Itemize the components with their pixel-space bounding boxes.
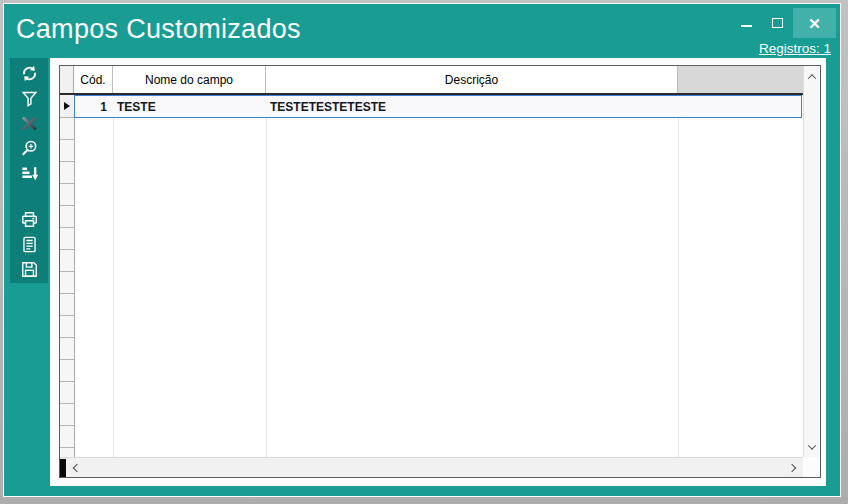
scroll-down-button[interactable] [804,438,820,455]
window-controls: ✕ [731,8,836,38]
grid-column-line [113,95,114,457]
content-area: Cód. Nome do campo Descrição 1 TESTE TES… [50,58,826,486]
close-button[interactable]: ✕ [793,8,836,38]
horizontal-scrollbar[interactable] [60,457,803,477]
sort-icon [20,164,39,183]
column-header-descricao[interactable]: Descrição [266,66,678,93]
titlebar: Campos Customizados ✕ Registros: 1 [4,4,840,58]
print-button[interactable] [12,207,46,231]
grid-column-line [266,95,267,457]
save-button[interactable] [12,257,46,281]
clear-filter-icon [20,114,39,133]
zoom-search-icon [20,139,39,158]
column-header-cod[interactable]: Cód. [74,66,113,93]
scroll-left-button[interactable] [68,458,86,477]
column-header-extra [678,66,803,93]
report-button[interactable] [12,232,46,256]
clear-filter-button[interactable] [12,111,46,135]
cell-descricao[interactable]: TESTETESTETESTE [266,95,677,118]
filter-icon [20,89,39,108]
row-indicator-icon [64,102,70,110]
data-grid: Cód. Nome do campo Descrição 1 TESTE TES… [59,65,821,478]
close-icon: ✕ [808,16,821,31]
empty-row-selector-cells [60,118,74,457]
registros-link[interactable]: Registros: 1 [759,41,831,56]
horizontal-scroll-thumb[interactable] [60,459,66,477]
desktop-shadow: Campos Customizados ✕ Registros: 1 [0,0,848,504]
maximize-button[interactable] [762,8,793,38]
maximize-icon [772,18,783,28]
chevron-left-icon [73,463,81,471]
column-header-nome[interactable]: Nome do campo [113,66,266,93]
row-indicator-cell [60,95,74,118]
scrollbar-corner [803,457,820,477]
refresh-icon [20,64,39,83]
cell-cod[interactable]: 1 [75,95,112,118]
vertical-scrollbar[interactable] [803,66,820,457]
sort-button[interactable] [12,161,46,185]
grid-column-line [678,95,679,457]
report-icon [20,235,39,254]
zoom-search-button[interactable] [12,136,46,160]
save-icon [20,260,39,279]
cell-nome[interactable]: TESTE [113,95,265,118]
print-icon [20,210,39,229]
refresh-button[interactable] [12,61,46,85]
minimize-icon [741,25,752,27]
table-row[interactable]: 1 TESTE TESTETESTETESTE [60,95,803,118]
scroll-up-button[interactable] [804,68,820,85]
toolbar [10,58,48,283]
scroll-right-button[interactable] [783,458,801,477]
minimize-button[interactable] [731,8,762,38]
window-title: Campos Customizados [16,14,301,45]
header-selector-cell [60,66,74,93]
filter-button[interactable] [12,86,46,110]
selector-column-border [74,95,75,457]
chevron-right-icon [788,463,796,471]
chevron-down-icon [808,441,816,449]
window: Campos Customizados ✕ Registros: 1 [3,3,841,497]
chevron-up-icon [808,74,816,82]
